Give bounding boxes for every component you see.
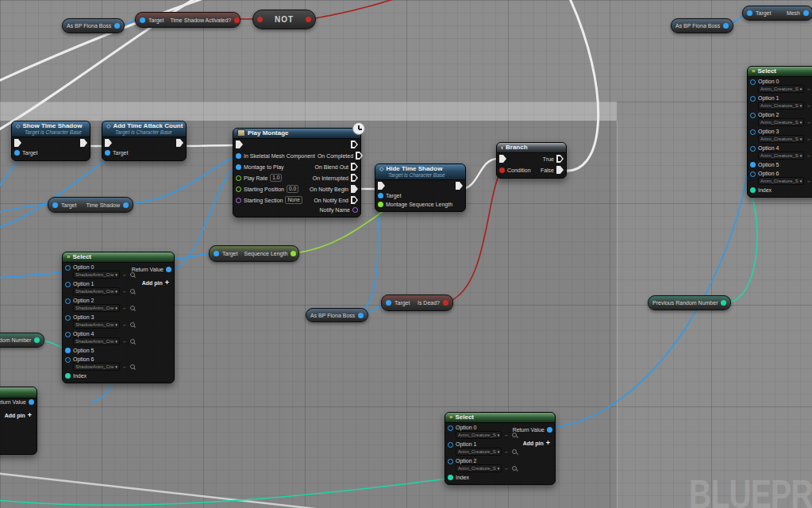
bool-output-pin[interactable]: [306, 17, 311, 22]
reset-pin-icon[interactable]: ←: [504, 466, 510, 471]
bool-output-pin[interactable]: [234, 17, 240, 23]
reset-pin-icon[interactable]: ←: [806, 137, 812, 141]
node-not[interactable]: NOT: [252, 10, 316, 29]
wire-int[interactable]: [722, 198, 757, 302]
reset-pin-icon[interactable]: ←: [122, 289, 128, 294]
option-dropdown[interactable]: ShadowAnim_Cre▾: [73, 321, 120, 329]
node-as-bp-fiona-boss[interactable]: As BP Fiona Boss: [306, 308, 368, 322]
option-dropdown[interactable]: Anim_Creature_S▾: [758, 152, 804, 160]
target-input-pin[interactable]: [52, 202, 58, 208]
browse-icon[interactable]: [130, 322, 135, 327]
wire-exec[interactable]: [0, 473, 351, 508]
browse-icon[interactable]: [512, 449, 517, 454]
option-0-pin[interactable]: [65, 265, 71, 271]
index-input-pin[interactable]: [65, 373, 71, 379]
reset-pin-icon[interactable]: ←: [806, 120, 812, 125]
option-dropdown[interactable]: Anim_Creature_S▾: [758, 135, 804, 143]
browse-icon[interactable]: [130, 306, 135, 310]
exec-input-pin[interactable]: [14, 139, 21, 147]
option-dropdown[interactable]: Anim_Creature_S▾: [758, 85, 804, 93]
target-input-pin[interactable]: [386, 300, 391, 306]
option-dropdown[interactable]: Anim_Creature_S▾: [456, 464, 502, 472]
node-sequence-length[interactable]: Target Sequence Length: [209, 245, 299, 262]
node-mesh-getter[interactable]: Target Mesh: [742, 6, 812, 21]
index-input-pin[interactable]: [750, 187, 756, 193]
node-header[interactable]: ‹Branch: [497, 143, 566, 153]
node-branch[interactable]: ‹Branch True Condition False: [496, 142, 567, 179]
option-4-pin[interactable]: [750, 146, 756, 152]
reset-pin-icon[interactable]: ←: [122, 322, 128, 327]
bool-output-pin[interactable]: [443, 300, 448, 306]
starting-section-input-pin[interactable]: [236, 198, 241, 203]
target-input-pin[interactable]: [105, 150, 110, 156]
option-0-pin[interactable]: [750, 79, 756, 85]
exec-input-pin[interactable]: [236, 140, 243, 148]
node-header[interactable]: ◇Add Time Attack Count Target is Charact…: [102, 121, 186, 137]
option-5-pin[interactable]: [65, 348, 71, 353]
add-pin-button[interactable]: Add pin+: [5, 413, 32, 418]
on-notify-begin-pin[interactable]: [351, 185, 358, 193]
node-header[interactable]: »Select: [63, 252, 174, 263]
exec-output-pin[interactable]: [176, 139, 183, 147]
return-value-output-pin[interactable]: [29, 399, 34, 405]
option-dropdown[interactable]: ShadowAnim_Cre▾: [73, 337, 120, 345]
return-value-output-pin[interactable]: [547, 427, 552, 433]
node-header[interactable]: [0, 387, 37, 398]
wire-object[interactable]: [552, 160, 749, 428]
browse-icon[interactable]: [512, 433, 517, 437]
node-header[interactable]: ◇Hide Time Shadow Target is Character Ba…: [375, 164, 465, 180]
option-4-pin[interactable]: [65, 332, 71, 337]
browse-icon[interactable]: [130, 289, 135, 294]
browse-icon[interactable]: [130, 272, 135, 277]
object-output-pin[interactable]: [123, 202, 129, 208]
option-dropdown[interactable]: Anim_Creature_S▾: [758, 102, 804, 110]
option-6-pin[interactable]: [750, 171, 756, 177]
starting-section-value-field[interactable]: None: [285, 196, 302, 204]
exec-input-pin[interactable]: [105, 139, 112, 147]
node-add-time-attack-count[interactable]: ◇Add Time Attack Count Target is Charact…: [102, 121, 187, 161]
reset-pin-icon[interactable]: ←: [504, 433, 510, 437]
browse-icon[interactable]: [130, 364, 135, 369]
node-show-time-shadow[interactable]: ◇Show Time Shadow Target is Character Ba…: [11, 121, 90, 161]
wire-exec[interactable]: [181, 145, 236, 146]
on-notify-end-pin[interactable]: [351, 196, 358, 204]
int-output-pin[interactable]: [721, 300, 726, 306]
exec-output-pin[interactable]: [351, 140, 358, 148]
option-6-pin[interactable]: [65, 357, 71, 363]
option-1-pin[interactable]: [750, 96, 756, 102]
option-1-pin[interactable]: [65, 282, 71, 287]
node-as-bp-fiona-boss[interactable]: As BP Fiona Boss: [671, 18, 733, 33]
on-blend-out-pin[interactable]: [351, 163, 358, 171]
notify-name-output-pin[interactable]: [352, 207, 358, 213]
option-dropdown[interactable]: ShadowAnim_Cre▾: [73, 287, 120, 295]
wire-object[interactable]: [0, 158, 21, 190]
node-select-bottom[interactable]: »Select Return Value Add pin+ Option 0An…: [444, 412, 556, 485]
option-2-pin[interactable]: [448, 459, 453, 464]
int-output-pin[interactable]: [34, 337, 40, 343]
node-select-cut[interactable]: Return Value Add pin+: [0, 387, 37, 455]
node-time-shadow-activated[interactable]: Target Time Shadow Activated?: [135, 12, 241, 28]
wire-object[interactable]: [361, 201, 383, 314]
bool-input-pin[interactable]: [257, 17, 263, 22]
target-input-pin[interactable]: [140, 17, 145, 23]
reset-pin-icon[interactable]: ←: [806, 153, 812, 158]
object-output-pin[interactable]: [114, 23, 120, 29]
node-select-left[interactable]: »Select Return Value Add pin+ Option 0Sh…: [62, 252, 175, 383]
option-1-pin[interactable]: [448, 442, 453, 448]
target-input-pin[interactable]: [14, 150, 20, 156]
option-dropdown[interactable]: ShadowAnim_Cre▾: [73, 271, 120, 279]
target-input-pin[interactable]: [378, 193, 383, 198]
starting-position-value-field[interactable]: 0.0: [287, 185, 298, 193]
option-dropdown[interactable]: Anim_Creature_S▾: [758, 118, 804, 126]
reset-pin-icon[interactable]: ←: [806, 179, 812, 183]
reset-pin-icon[interactable]: ←: [122, 364, 128, 369]
option-dropdown[interactable]: Anim_Creature_S▾: [456, 431, 502, 439]
starting-position-input-pin[interactable]: [236, 187, 241, 192]
montage-sequence-length-input-pin[interactable]: [378, 202, 383, 207]
target-input-pin[interactable]: [214, 251, 219, 256]
option-2-pin[interactable]: [750, 113, 756, 118]
wire-int[interactable]: [0, 479, 448, 505]
play-rate-value-field[interactable]: 1.0: [270, 174, 282, 182]
wire-exec[interactable]: [460, 159, 498, 189]
condition-input-pin[interactable]: [499, 167, 505, 173]
